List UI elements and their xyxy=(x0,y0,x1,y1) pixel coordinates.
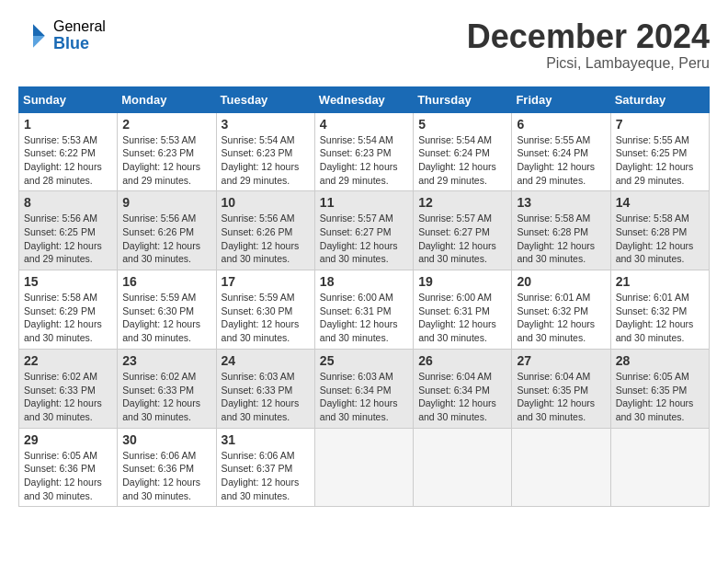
calendar-week-row: 8Sunrise: 5:56 AMSunset: 6:25 PMDaylight… xyxy=(19,191,710,270)
logo-general: General xyxy=(53,18,106,35)
day-number: 13 xyxy=(517,195,605,210)
calendar-cell: 5Sunrise: 5:54 AMSunset: 6:24 PMDaylight… xyxy=(414,112,512,191)
day-number: 14 xyxy=(616,195,704,210)
calendar-cell: 15Sunrise: 5:58 AMSunset: 6:29 PMDayligh… xyxy=(19,270,118,350)
day-info: Sunrise: 5:58 AMSunset: 6:28 PMDaylight:… xyxy=(616,212,704,266)
day-info: Sunrise: 6:01 AMSunset: 6:32 PMDaylight:… xyxy=(517,291,605,345)
calendar-cell: 11Sunrise: 5:57 AMSunset: 6:27 PMDayligh… xyxy=(314,191,413,270)
day-info: Sunrise: 5:53 AMSunset: 6:22 PMDaylight:… xyxy=(24,133,112,188)
day-number: 22 xyxy=(24,353,112,368)
day-number: 20 xyxy=(517,274,605,289)
calendar-cell: 8Sunrise: 5:56 AMSunset: 6:25 PMDaylight… xyxy=(19,191,118,270)
day-info: Sunrise: 6:06 AMSunset: 6:36 PMDaylight:… xyxy=(122,449,210,503)
calendar-cell: 3Sunrise: 5:54 AMSunset: 6:23 PMDaylight… xyxy=(216,112,314,191)
day-number: 17 xyxy=(222,274,310,289)
month-title: December 2024 xyxy=(467,18,710,55)
calendar-cell: 12Sunrise: 5:57 AMSunset: 6:27 PMDayligh… xyxy=(414,191,512,270)
calendar-cell xyxy=(512,428,610,507)
day-number: 27 xyxy=(517,353,605,368)
day-info: Sunrise: 5:57 AMSunset: 6:27 PMDaylight:… xyxy=(320,212,408,266)
day-info: Sunrise: 6:03 AMSunset: 6:33 PMDaylight:… xyxy=(222,370,310,424)
calendar-cell: 6Sunrise: 5:55 AMSunset: 6:24 PMDaylight… xyxy=(512,112,610,191)
header-monday: Monday xyxy=(118,86,216,112)
calendar-table: SundayMondayTuesdayWednesdayThursdayFrid… xyxy=(18,86,710,508)
calendar-cell: 22Sunrise: 6:02 AMSunset: 6:33 PMDayligh… xyxy=(19,349,118,428)
calendar-week-row: 15Sunrise: 5:58 AMSunset: 6:29 PMDayligh… xyxy=(19,270,710,350)
calendar-week-row: 29Sunrise: 6:05 AMSunset: 6:36 PMDayligh… xyxy=(19,428,710,507)
day-number: 25 xyxy=(320,353,408,368)
day-number: 30 xyxy=(122,432,210,447)
day-number: 29 xyxy=(24,432,112,447)
calendar-cell: 23Sunrise: 6:02 AMSunset: 6:33 PMDayligh… xyxy=(118,349,216,428)
calendar-cell: 16Sunrise: 5:59 AMSunset: 6:30 PMDayligh… xyxy=(118,270,216,350)
logo: General Blue xyxy=(18,18,106,52)
day-info: Sunrise: 5:53 AMSunset: 6:23 PMDaylight:… xyxy=(122,133,210,188)
calendar-cell: 20Sunrise: 6:01 AMSunset: 6:32 PMDayligh… xyxy=(512,270,610,350)
logo-blue: Blue xyxy=(53,35,106,53)
day-info: Sunrise: 5:58 AMSunset: 6:29 PMDaylight:… xyxy=(24,291,112,345)
calendar-cell: 17Sunrise: 5:59 AMSunset: 6:30 PMDayligh… xyxy=(216,270,314,350)
calendar-cell xyxy=(414,428,512,507)
calendar-cell: 14Sunrise: 5:58 AMSunset: 6:28 PMDayligh… xyxy=(610,191,709,270)
day-number: 26 xyxy=(418,353,506,368)
day-number: 24 xyxy=(222,353,310,368)
day-info: Sunrise: 5:58 AMSunset: 6:28 PMDaylight:… xyxy=(517,212,605,266)
day-info: Sunrise: 5:54 AMSunset: 6:23 PMDaylight:… xyxy=(222,133,310,188)
day-info: Sunrise: 5:57 AMSunset: 6:27 PMDaylight:… xyxy=(418,212,506,266)
calendar-cell: 10Sunrise: 5:56 AMSunset: 6:26 PMDayligh… xyxy=(216,191,314,270)
day-number: 11 xyxy=(320,195,408,210)
day-info: Sunrise: 6:05 AMSunset: 6:36 PMDaylight:… xyxy=(24,449,112,503)
day-number: 16 xyxy=(122,274,210,289)
day-number: 6 xyxy=(517,117,605,132)
svg-marker-0 xyxy=(33,24,45,36)
day-info: Sunrise: 5:56 AMSunset: 6:25 PMDaylight:… xyxy=(24,212,112,266)
calendar-cell: 13Sunrise: 5:58 AMSunset: 6:28 PMDayligh… xyxy=(512,191,610,270)
day-number: 19 xyxy=(418,274,506,289)
calendar-cell: 31Sunrise: 6:06 AMSunset: 6:37 PMDayligh… xyxy=(216,428,314,507)
header-saturday: Saturday xyxy=(610,86,709,112)
page-header: General Blue December 2024 Picsi, Lambay… xyxy=(18,18,710,72)
day-info: Sunrise: 5:54 AMSunset: 6:24 PMDaylight:… xyxy=(418,133,506,188)
day-number: 3 xyxy=(222,117,310,132)
calendar-cell: 30Sunrise: 6:06 AMSunset: 6:36 PMDayligh… xyxy=(118,428,216,507)
calendar-cell: 2Sunrise: 5:53 AMSunset: 6:23 PMDaylight… xyxy=(118,112,216,191)
day-number: 12 xyxy=(418,195,506,210)
day-number: 8 xyxy=(24,195,112,210)
calendar-cell: 24Sunrise: 6:03 AMSunset: 6:33 PMDayligh… xyxy=(216,349,314,428)
calendar-cell: 29Sunrise: 6:05 AMSunset: 6:36 PMDayligh… xyxy=(19,428,118,507)
calendar-cell: 1Sunrise: 5:53 AMSunset: 6:22 PMDaylight… xyxy=(19,112,118,191)
header-tuesday: Tuesday xyxy=(216,86,314,112)
calendar-cell: 21Sunrise: 6:01 AMSunset: 6:32 PMDayligh… xyxy=(610,270,709,350)
calendar-cell: 25Sunrise: 6:03 AMSunset: 6:34 PMDayligh… xyxy=(314,349,413,428)
header-sunday: Sunday xyxy=(19,86,118,112)
day-info: Sunrise: 5:59 AMSunset: 6:30 PMDaylight:… xyxy=(122,291,210,345)
svg-marker-1 xyxy=(33,36,45,48)
day-number: 23 xyxy=(122,353,210,368)
day-info: Sunrise: 6:02 AMSunset: 6:33 PMDaylight:… xyxy=(122,370,210,424)
calendar-cell: 9Sunrise: 5:56 AMSunset: 6:26 PMDaylight… xyxy=(118,191,216,270)
calendar-cell: 27Sunrise: 6:04 AMSunset: 6:35 PMDayligh… xyxy=(512,349,610,428)
calendar-cell xyxy=(314,428,413,507)
calendar-cell: 4Sunrise: 5:54 AMSunset: 6:23 PMDaylight… xyxy=(314,112,413,191)
day-number: 18 xyxy=(320,274,408,289)
day-number: 31 xyxy=(222,432,310,447)
calendar-cell: 7Sunrise: 5:55 AMSunset: 6:25 PMDaylight… xyxy=(610,112,709,191)
day-number: 28 xyxy=(616,353,704,368)
day-info: Sunrise: 5:56 AMSunset: 6:26 PMDaylight:… xyxy=(222,212,310,266)
day-info: Sunrise: 5:55 AMSunset: 6:24 PMDaylight:… xyxy=(517,133,605,188)
location-subtitle: Picsi, Lambayeque, Peru xyxy=(467,55,710,72)
calendar-cell: 19Sunrise: 6:00 AMSunset: 6:31 PMDayligh… xyxy=(414,270,512,350)
day-info: Sunrise: 5:56 AMSunset: 6:26 PMDaylight:… xyxy=(122,212,210,266)
header-wednesday: Wednesday xyxy=(314,86,413,112)
logo-icon xyxy=(18,21,48,51)
day-number: 1 xyxy=(24,117,112,132)
calendar-cell: 26Sunrise: 6:04 AMSunset: 6:34 PMDayligh… xyxy=(414,349,512,428)
logo-text: General Blue xyxy=(53,18,106,52)
day-info: Sunrise: 6:06 AMSunset: 6:37 PMDaylight:… xyxy=(222,449,310,503)
day-number: 21 xyxy=(616,274,704,289)
calendar-cell: 28Sunrise: 6:05 AMSunset: 6:35 PMDayligh… xyxy=(610,349,709,428)
day-info: Sunrise: 6:04 AMSunset: 6:35 PMDaylight:… xyxy=(517,370,605,424)
day-info: Sunrise: 6:03 AMSunset: 6:34 PMDaylight:… xyxy=(320,370,408,424)
day-number: 5 xyxy=(418,117,506,132)
calendar-header-row: SundayMondayTuesdayWednesdayThursdayFrid… xyxy=(19,86,710,112)
